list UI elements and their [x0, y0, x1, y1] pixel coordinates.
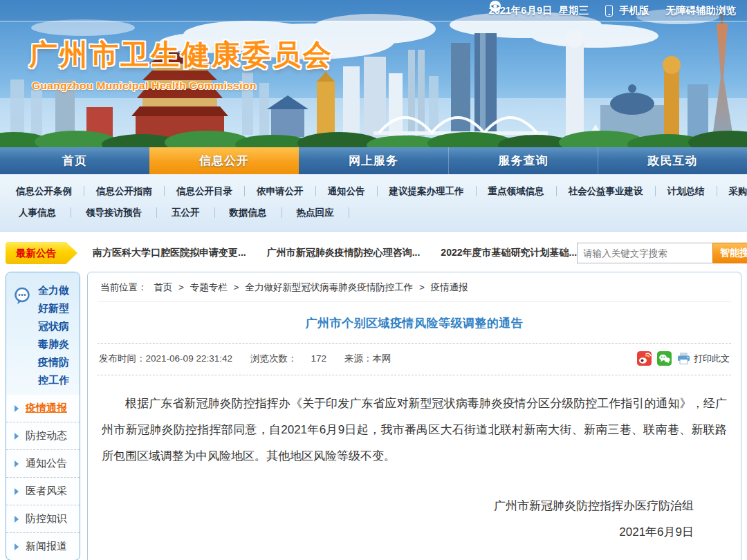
views-value: 172 — [311, 353, 326, 364]
sidebar-item-prevention-knowledge[interactable]: 防控知识 — [6, 505, 80, 532]
search-button[interactable]: 智能搜索 — [712, 243, 747, 263]
arrow-right-icon — [15, 488, 19, 495]
article-paragraph: 根据广东省新冠肺炎防控指挥办《关于印发广东省应对新型冠状病毒肺炎疫情分区分级防控… — [102, 391, 727, 469]
subnav-link[interactable]: 通知公告 — [316, 186, 378, 196]
sidebar-item-label: 医者风采 — [26, 485, 67, 496]
breadcrumb-special-topics[interactable]: 专题专栏 — [190, 282, 228, 292]
source-value: 本网 — [372, 353, 391, 365]
article-signature-block: 广州市新冠肺炎防控指挥办医疗防治组 2021年6月9日 — [102, 493, 727, 545]
publish-time-value: 2021-06-09 22:31:42 — [146, 353, 232, 364]
breadcrumb-label: 当前位置： — [100, 282, 147, 292]
arrow-right-icon — [15, 405, 19, 412]
sidebar-item-label: 防控动态 — [26, 429, 67, 441]
subnav-link[interactable]: 信息公开条例 — [4, 186, 84, 196]
signature-org: 广州市新冠肺炎防控指挥办医疗防治组 — [102, 493, 694, 519]
share-tools: 打印此文 — [637, 351, 730, 366]
phone-icon — [605, 5, 613, 17]
subnav-link[interactable]: 计划总结 — [656, 186, 717, 196]
sidebar-item-medical-staff[interactable]: 医者风采 — [6, 477, 80, 505]
sidebar-item-label: 疫情通报 — [26, 402, 67, 413]
divider — [98, 375, 731, 375]
speech-bubble-icon — [13, 287, 31, 305]
sidebar-item-label: 通知公告 — [26, 457, 67, 469]
main-area: 全力做好新型冠状病毒肺炎疫情防控工作 疫情通报 防控动态 通知公告 医者风采 防… — [0, 265, 747, 560]
site-title-zh: 广州市卫生健康委员会 — [29, 36, 333, 74]
breadcrumb-separator: > — [419, 282, 425, 292]
tab-online-services[interactable]: 网上服务 — [299, 147, 448, 174]
breadcrumb-separator: > — [234, 282, 239, 292]
tab-service-query[interactable]: 服务查询 — [448, 147, 598, 174]
source-label: 来源： — [344, 353, 373, 365]
sidebar-item-label: 新闻报道 — [26, 540, 67, 552]
main-nav: 首页 信息公开 网上服务 服务查询 政民互动 — [0, 147, 747, 174]
sidebar-item-label: 防控知识 — [26, 512, 67, 524]
article-body: 根据广东省新冠肺炎防控指挥办《关于印发广东省应对新型冠状病毒肺炎疫情分区分级防控… — [98, 391, 731, 545]
subnav-link[interactable]: 建议提案办理工作 — [378, 186, 477, 196]
site-banner: 2021年6月9日 星期三 手机版 无障碍辅助浏览 广州市卫生健康委员会 Gua… — [0, 0, 747, 147]
sub-nav-row-1: 信息公开条例 信息公开指南 信息公开目录 依申请公开 通知公告 建议提案办理工作… — [4, 180, 747, 202]
arrow-right-icon — [15, 516, 19, 523]
subnav-link[interactable]: 依申请公开 — [245, 186, 316, 196]
weibo-share-icon[interactable] — [637, 351, 652, 366]
breadcrumb-home[interactable]: 首页 — [154, 282, 172, 292]
latest-announcement-badge[interactable]: 最新公告 — [6, 242, 77, 264]
sidebar-item-notices[interactable]: 通知公告 — [6, 449, 80, 477]
subnav-link[interactable]: 热点回应 — [282, 207, 349, 218]
page: 2021年6月9日 星期三 手机版 无障碍辅助浏览 广州市卫生健康委员会 Gua… — [0, 0, 747, 560]
sidebar-item-control-updates[interactable]: 防控动态 — [6, 422, 80, 449]
signature-date: 2021年6月9日 — [102, 519, 694, 545]
accessibility-link[interactable]: 无障碍辅助浏览 — [666, 4, 737, 17]
announcement-bar: 最新公告 南方医科大学口腔医院拟申请变更... 广州市新冠肺炎疫情防控心理咨询.… — [6, 241, 741, 265]
announcement-link[interactable]: 广州市新冠肺炎疫情防控心理咨询... — [267, 247, 421, 259]
subnav-link[interactable]: 信息公开目录 — [165, 186, 245, 196]
sidebar-item-epidemic-report[interactable]: 疫情通报 — [6, 395, 80, 422]
sidebar-header: 全力做好新型冠状病毒肺炎疫情防控工作 — [6, 272, 80, 395]
announcement-link[interactable]: 南方医科大学口腔医院拟申请变更... — [93, 247, 246, 259]
arrow-right-icon — [15, 460, 19, 467]
topbar: 2021年6月9日 星期三 手机版 无障碍辅助浏览 — [489, 0, 747, 21]
sub-nav-row-2: 人事信息 领导接访预告 五公开 数据信息 热点回应 — [4, 202, 747, 223]
sidebar-header-label: 全力做好新型冠状病毒肺炎疫情防控工作 — [38, 284, 69, 386]
subnav-link[interactable]: 信息公开指南 — [84, 186, 165, 196]
print-label: 打印此文 — [694, 353, 730, 365]
views-label: 浏览次数： — [250, 353, 297, 365]
printer-icon — [677, 353, 690, 364]
print-button[interactable]: 打印此文 — [677, 353, 730, 365]
tab-public-interaction[interactable]: 政民互动 — [598, 147, 747, 174]
sidebar: 全力做好新型冠状病毒肺炎疫情防控工作 疫情通报 防控动态 通知公告 医者风采 防… — [6, 272, 80, 560]
subnav-link[interactable]: 领导接访预告 — [71, 207, 157, 218]
subnav-link[interactable]: 重点领域信息 — [477, 186, 557, 196]
site-logo: 广州市卫生健康委员会 Guangzhou Municipal Health Co… — [29, 36, 333, 92]
sub-nav: 信息公开条例 信息公开指南 信息公开目录 依申请公开 通知公告 建议提案办理工作… — [0, 174, 747, 232]
subnav-link[interactable]: 数据信息 — [215, 207, 282, 218]
subnav-link[interactable]: 人事信息 — [4, 207, 71, 218]
breadcrumb-covid-topic[interactable]: 全力做好新型冠状病毒肺炎疫情防控工作 — [245, 282, 413, 292]
topbar-weekday: 星期三 — [559, 4, 589, 17]
article-meta: 发布时间： 2021-06-09 22:31:42 浏览次数： 172 来源： … — [98, 344, 731, 373]
sidebar-menu: 疫情通报 防控动态 通知公告 医者风采 防控知识 新闻报道 — [6, 395, 80, 560]
arrow-right-icon — [15, 543, 19, 550]
wechat-share-icon[interactable] — [657, 351, 672, 366]
tab-home[interactable]: 首页 — [0, 147, 149, 174]
eye-icon — [489, 0, 501, 12]
subnav-link[interactable]: 采购信息 — [717, 186, 747, 196]
breadcrumb-separator: > — [178, 282, 184, 292]
site-title-en: Guangzhou Municipal Health Commission — [32, 80, 333, 92]
sidebar-item-news-reports[interactable]: 新闻报道 — [6, 532, 80, 560]
search-input[interactable] — [577, 243, 712, 263]
breadcrumb-epidemic-report[interactable]: 疫情通报 — [431, 282, 468, 292]
content-panel: 当前位置： 首页 > 专题专栏 > 全力做好新型冠状病毒肺炎疫情防控工作 > 疫… — [87, 272, 741, 560]
announcement-links: 南方医科大学口腔医院拟申请变更... 广州市新冠肺炎疫情防控心理咨询... 20… — [93, 247, 577, 259]
breadcrumb: 当前位置： 首页 > 专题专栏 > 全力做好新型冠状病毒肺炎疫情防控工作 > 疫… — [98, 272, 731, 302]
arrow-right-icon — [15, 433, 19, 440]
publish-time-label: 发布时间： — [99, 353, 146, 365]
site-search: 智能搜索 — [577, 243, 747, 263]
mobile-version-link[interactable]: 手机版 — [619, 4, 649, 17]
tab-info-disclosure[interactable]: 信息公开 — [149, 147, 299, 174]
announcement-link[interactable]: 2022年度市基础研究计划基础... — [441, 247, 577, 259]
subnav-link[interactable]: 社会公益事业建设 — [557, 186, 656, 196]
article-title: 广州市个别区域疫情风险等级调整的通告 — [98, 315, 731, 331]
subnav-link[interactable]: 五公开 — [157, 207, 215, 218]
